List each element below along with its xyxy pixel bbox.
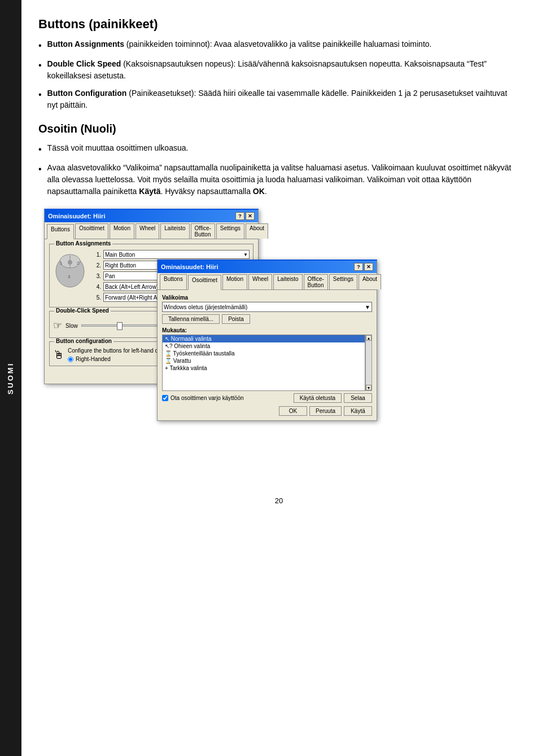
text-osoitin-1: Tässä voit muuttaa osoittimen ulkoasua. [47,142,189,154]
tab-wheel[interactable]: Wheel [136,223,159,239]
speed-slow-label: Slow [65,323,78,329]
page-title: Buttons (painikkeet) [38,17,519,32]
main-content: Buttons (painikkeet) Button Assignments … [21,0,542,756]
slider-thumb [117,322,123,330]
cursor-icon-ohieen: ↖? [165,343,174,349]
cursor-icon-tyoskentely: ⌛ [165,350,173,357]
tab2-wheel[interactable]: Wheel [248,274,272,289]
tab-settings[interactable]: Settings [216,223,244,239]
text-kayta: Käytä [139,187,160,196]
tab-buttons[interactable]: Buttons [47,224,74,239]
list-item: Double Click Speed (Kaksoisnapsautuksen … [38,58,519,82]
assign-num-2: 2. [93,262,101,269]
group-label-speed: Double-Click Speed [54,307,111,314]
valikoima-label: Valikoima [162,295,372,301]
tab2-motion[interactable]: Motion [222,274,247,289]
assign-num-1: 1. [93,252,101,258]
term-double-click: Double Click Speed [47,59,121,68]
tab2-buttons[interactable]: Buttons [160,274,187,289]
text-ok-inline: OK [253,187,265,196]
poista-button[interactable]: Poista [222,314,250,324]
varjo-label: Ota osoittimen varjo käyttöön [171,395,244,401]
config-icon: 🖱 [53,349,64,362]
tab2-laiteisto[interactable]: Laiteisto [273,274,302,289]
cursor-item-varattu[interactable]: ⌛ Varattu [163,357,365,364]
tab-osoittimet[interactable]: Osoittimet [75,223,108,239]
tallenna-button[interactable]: Tallenna nimellä... [162,314,220,324]
cursor-icon-normaali: ↖ [165,336,171,342]
list-item: Avaa alasvetovalikko “Valikoima” napsaut… [38,162,519,197]
selaa-button[interactable]: Selaa [344,393,372,403]
tab-about[interactable]: About [246,223,268,239]
text-button-assignments: (painikkeiden toiminnot): Avaa alasvetov… [124,39,431,49]
tab2-settings[interactable]: Settings [329,274,357,289]
peruuta-button[interactable]: Peruuta [309,406,342,416]
page-number: 20 [38,496,519,505]
svg-text:3: 3 [68,274,71,279]
section-heading-osoitin: Osoitin (Nuoli) [38,122,519,135]
tab-laiteisto[interactable]: Laiteisto [160,223,189,239]
dialog-2-bottom-buttons: OK Peruuta Käytä [162,406,372,416]
dialog-osoittimet: Ominaisuudet: Hiiri ? ✕ Buttons Osoittim… [157,260,377,421]
bullet-list-2: Tässä voit muuttaa osoittimen ulkoasua. … [38,142,519,197]
right-handed-radio[interactable] [68,357,73,362]
checkbox-row: Ota osoittimen varjo käyttöön Käytä olet… [162,393,372,403]
close-button[interactable]: ✕ [246,212,255,220]
right-handed-label: Right-Handed [76,356,111,362]
tab-office-button[interactable]: Office-Button [191,223,215,239]
cursor-listbox-container: ↖ Normaali valinta ↖? Ohieen valinta ⌛ T… [162,335,372,391]
tab2-about[interactable]: About [359,274,381,289]
kayta-button[interactable]: Käytä [344,406,372,416]
mouse-image: 1 2 3 [53,250,90,304]
tab-motion[interactable]: Motion [110,223,134,239]
valikoima-value: Windows oletus (järjestelmämälli) [164,304,247,310]
help-button-2[interactable]: ? [354,263,363,271]
kayta-oletusta-button[interactable]: Käytä oletusta [294,393,342,403]
help-button[interactable]: ? [235,212,244,220]
dialog-1-titlebar: Ominaisuudet: Hiiri ? ✕ [45,210,258,222]
mukauta-label: Mukauta: [162,327,372,333]
sidebar-label: SUOMI [7,362,15,394]
cursor-item-tarkka[interactable]: + Tarkkka valinta [163,364,365,372]
list-item: Button Configuration (Painikeasetukset):… [38,87,519,111]
text-end: . [265,187,267,196]
ok-button-2[interactable]: OK [279,406,307,416]
assign-num-5: 5. [93,295,101,301]
valikoima-arrow: ▼ [365,304,370,310]
term-button-assignments: Button Assignments [47,39,124,49]
assign-dropdown-1[interactable]: Main Button ▼ [103,250,250,259]
hand-icon: ☞ [53,319,62,332]
cursor-item-tyoskentely[interactable]: ⌛ Työskenteillään taustalla [163,350,365,357]
listbox-scrollbar[interactable]: ▲ ▼ [365,335,372,391]
dialogs-area: Ominaisuudet: Hiiri ? ✕ Buttons Osoittim… [38,209,519,485]
close-button-2[interactable]: ✕ [364,263,373,271]
dialog-2-tabs: Buttons Osoittimet Motion Wheel Laiteist… [158,273,377,290]
scroll-up-arrow[interactable]: ▲ [366,335,371,341]
dialog-1-tabs: Buttons Osoittimet Motion Wheel Laiteist… [45,222,258,239]
assign-row-1: 1. Main Button ▼ [93,250,250,259]
tab2-office-button[interactable]: Office-Button [304,274,328,289]
cursor-item-ohieen[interactable]: ↖? Ohieen valinta [163,342,365,350]
assign-num-4: 4. [93,284,101,290]
cursor-icon-varattu: ⌛ [165,358,173,364]
cursor-listbox[interactable]: ↖ Normaali valinta ↖? Ohieen valinta ⌛ T… [162,335,365,391]
dialog-2-titlebar: Ominaisuudet: Hiiri ? ✕ [158,261,377,273]
scroll-down-arrow[interactable]: ▼ [366,385,371,390]
varjo-checkbox[interactable] [162,395,168,401]
cursor-item-normaali[interactable]: ↖ Normaali valinta [163,335,365,342]
svg-point-3 [68,260,72,265]
mouse-svg: 1 2 3 [53,250,87,289]
svg-text:1: 1 [60,261,63,266]
sidebar: SUOMI [0,0,21,756]
tallenna-row: Tallenna nimellä... Poista [162,314,372,324]
dialog-2-title: Ominaisuudet: Hiiri [161,263,218,270]
tab2-osoittimet[interactable]: Osoittimet [188,275,221,290]
bullet-list-1: Button Assignments (painikkeiden toiminn… [38,38,519,111]
group-label-assignments: Button Assignments [54,240,112,247]
dropdown-arrow-1: ▼ [243,252,248,257]
text-osoitin-2: Avaa alasvetovalikko “Valikoima” napsaut… [47,163,512,196]
group-label-config: Button configuration [54,338,113,344]
valikoima-dropdown[interactable]: Windows oletus (järjestelmämälli) ▼ [162,302,372,312]
svg-text:2: 2 [77,261,80,266]
term-button-config: Button Configuration [47,89,127,98]
